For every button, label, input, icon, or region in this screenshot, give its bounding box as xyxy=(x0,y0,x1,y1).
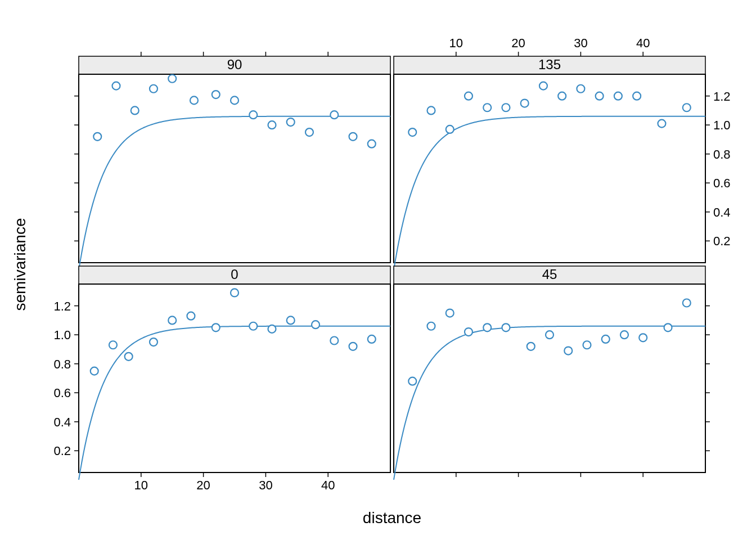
data-point xyxy=(633,92,641,100)
data-point xyxy=(614,92,622,100)
y-tick-label: 1.2 xyxy=(713,89,731,104)
data-point xyxy=(683,299,691,307)
data-point xyxy=(539,82,547,90)
data-point xyxy=(330,337,338,345)
panel-strip-label: 45 xyxy=(542,267,557,282)
data-point xyxy=(190,96,198,104)
data-point xyxy=(546,331,554,339)
data-point xyxy=(583,341,591,349)
x-tick-label: 30 xyxy=(259,478,272,492)
y-tick-label: 1.0 xyxy=(53,328,71,342)
data-point xyxy=(268,325,276,333)
data-point xyxy=(483,323,491,331)
y-tick-label: 0.8 xyxy=(713,147,731,161)
data-point xyxy=(408,128,416,136)
x-tick-label: 40 xyxy=(321,478,335,492)
data-point xyxy=(446,309,454,317)
data-point xyxy=(349,133,357,141)
data-point xyxy=(287,316,295,324)
data-point xyxy=(231,96,238,104)
panel-strip-label: 0 xyxy=(231,267,238,282)
x-tick-label: 20 xyxy=(196,478,210,492)
panel-135: 135102030400.20.40.60.81.01.2 xyxy=(394,36,731,270)
x-tick-label: 40 xyxy=(636,36,650,50)
x-tick-label: 10 xyxy=(449,36,463,50)
panel-0: 0102030400.20.40.60.81.01.2 xyxy=(53,266,390,492)
y-tick-label: 0.6 xyxy=(53,386,71,400)
data-point xyxy=(330,111,338,119)
y-axis-label: semivariance xyxy=(11,218,29,311)
data-point xyxy=(93,133,101,141)
data-point xyxy=(596,92,604,100)
y-tick-label: 0.6 xyxy=(713,176,731,190)
y-tick-label: 0.2 xyxy=(713,234,731,248)
data-point xyxy=(249,111,257,119)
x-tick-label: 30 xyxy=(574,36,587,50)
data-point xyxy=(109,341,117,349)
svg-rect-13 xyxy=(394,74,705,263)
panel-strip-label: 90 xyxy=(227,57,242,72)
data-point xyxy=(131,106,139,114)
data-point xyxy=(483,104,491,111)
data-point xyxy=(465,92,472,100)
data-point xyxy=(427,106,435,114)
x-axis-label: distance xyxy=(363,509,421,526)
y-tick-label: 0.4 xyxy=(713,205,731,219)
data-point xyxy=(408,377,416,385)
data-point xyxy=(287,118,295,126)
variogram-trellis: distancesemivariance90135102030400.20.40… xyxy=(0,0,756,540)
data-point xyxy=(231,289,238,296)
data-point xyxy=(305,128,313,136)
data-point xyxy=(639,334,647,341)
x-tick-label: 10 xyxy=(134,478,148,492)
data-point xyxy=(577,85,584,93)
data-point xyxy=(312,321,320,328)
data-point xyxy=(212,323,220,331)
data-point xyxy=(268,121,276,129)
panel-strip-label: 135 xyxy=(538,57,561,72)
data-point xyxy=(212,91,220,98)
y-tick-label: 1.2 xyxy=(53,299,71,313)
data-point xyxy=(168,75,176,83)
panel-90: 90 xyxy=(74,52,390,270)
svg-rect-37 xyxy=(394,284,705,472)
data-point xyxy=(187,312,195,320)
data-point xyxy=(527,343,535,350)
data-point xyxy=(664,323,672,331)
x-tick-label: 20 xyxy=(511,36,525,50)
data-point xyxy=(446,125,454,133)
data-point xyxy=(564,347,572,355)
data-point xyxy=(150,338,158,346)
panel-45: 45 xyxy=(394,266,710,480)
data-point xyxy=(125,353,133,361)
data-point xyxy=(91,367,98,375)
data-point xyxy=(683,104,691,111)
data-point xyxy=(427,322,435,330)
svg-rect-25 xyxy=(79,284,390,472)
y-tick-label: 0.2 xyxy=(53,444,71,458)
data-point xyxy=(349,343,357,350)
data-point xyxy=(602,335,610,343)
data-point xyxy=(502,323,510,331)
data-point xyxy=(558,92,566,100)
data-point xyxy=(620,331,628,339)
data-point xyxy=(150,85,158,93)
data-point xyxy=(658,120,665,128)
y-tick-label: 0.8 xyxy=(53,357,71,371)
data-point xyxy=(249,322,257,330)
data-point xyxy=(368,335,376,343)
data-point xyxy=(368,140,376,148)
data-point xyxy=(168,316,176,324)
data-point xyxy=(465,328,472,336)
y-tick-label: 0.4 xyxy=(53,415,71,429)
y-tick-label: 1.0 xyxy=(713,118,731,132)
data-point xyxy=(502,104,510,111)
data-point xyxy=(112,82,120,90)
data-point xyxy=(521,100,529,107)
